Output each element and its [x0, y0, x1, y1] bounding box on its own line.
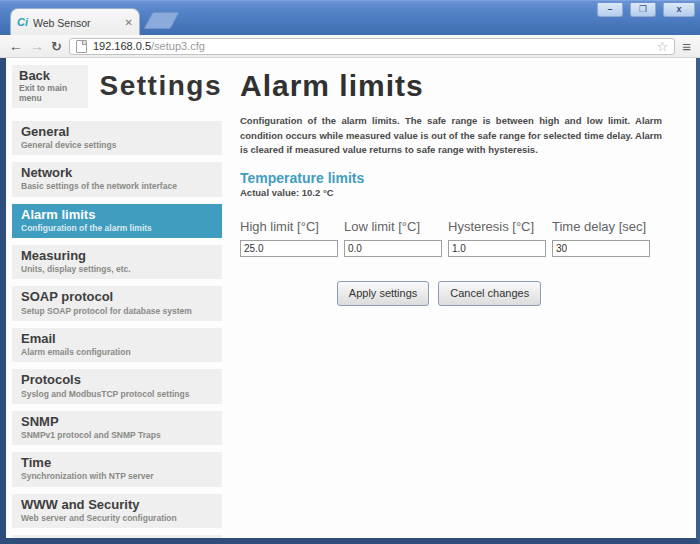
sidebar-item-general[interactable]: General General device settings	[12, 121, 222, 155]
sidebar-item-time[interactable]: Time Synchronization with NTP server	[12, 452, 222, 486]
high-limit-input[interactable]	[240, 240, 338, 257]
menu-item-label: Protocols	[21, 372, 213, 388]
menu-item-label: General	[21, 124, 213, 140]
bookmark-star-icon[interactable]: ☆	[657, 40, 669, 53]
menu-item-subtitle: Configuration of the alarm limits	[21, 223, 213, 233]
new-tab-button[interactable]	[143, 12, 179, 29]
sidebar-item-network[interactable]: Network Basic settings of the network in…	[12, 162, 222, 196]
low-limit-input[interactable]	[344, 240, 442, 257]
actual-value: Actual value: 10.2 °C	[240, 187, 666, 198]
back-label: Back	[19, 69, 81, 83]
sidebar-item-measuring[interactable]: Measuring Units, display settings, etc.	[12, 245, 222, 279]
browser-titlebar: Ci Web Sensor ✕ – ❐ x	[0, 0, 700, 35]
back-nav-icon[interactable]: ←	[9, 39, 23, 53]
cancel-changes-button[interactable]: Cancel changes	[438, 281, 541, 306]
forward-nav-icon[interactable]: →	[30, 39, 44, 53]
field-hysteresis: Hysteresis [°C]	[448, 219, 546, 257]
site-favicon-icon: Ci	[17, 17, 28, 28]
time-delay-label: Time delay [sec]	[552, 219, 650, 234]
back-button[interactable]: Back Exit to main menu	[12, 65, 88, 108]
menu-item-label: Maintenance	[21, 538, 213, 544]
sidebar-item-email[interactable]: Email Alarm emails configuration	[12, 328, 222, 362]
hysteresis-label: Hysteresis [°C]	[448, 219, 546, 234]
browser-tab[interactable]: Ci Web Sensor ✕	[10, 8, 140, 36]
menu-item-label: Measuring	[21, 248, 213, 264]
sidebar-item-www-security[interactable]: WWW and Security Web server and Security…	[12, 494, 222, 528]
menu-item-subtitle: Units, display settings, etc.	[21, 264, 213, 274]
settings-menu: General General device settings Network …	[12, 121, 222, 544]
menu-item-label: SOAP protocol	[21, 289, 213, 305]
menu-item-subtitle: Setup SOAP protocol for database system	[21, 306, 213, 316]
form-buttons: Apply settings Cancel changes	[226, 281, 652, 306]
field-low-limit: Low limit [°C]	[344, 219, 442, 257]
maximize-button[interactable]: ❐	[630, 3, 656, 17]
menu-item-label: Network	[21, 165, 213, 181]
url-path: /setup3.cfg	[151, 40, 205, 52]
sidebar-item-snmp[interactable]: SNMP SNMPv1 protocol and SNMP Traps	[12, 411, 222, 445]
close-button[interactable]: x	[663, 3, 695, 17]
minimize-button[interactable]: –	[597, 3, 623, 17]
browser-window: Ci Web Sensor ✕ – ❐ x ← → ↻ 192.168.0.5/…	[0, 0, 700, 544]
menu-item-label: WWW and Security	[21, 497, 213, 513]
page-doc-icon	[76, 40, 87, 53]
main-content: Alarm limits Configuration of the alarm …	[240, 65, 666, 306]
sidebar-item-protocols[interactable]: Protocols Syslog and ModbusTCP protocol …	[12, 369, 222, 403]
menu-item-subtitle: General device settings	[21, 140, 213, 150]
low-limit-label: Low limit [°C]	[344, 219, 442, 234]
limit-fields: High limit [°C] Low limit [°C] Hysteresi…	[240, 219, 666, 257]
address-bar[interactable]: 192.168.0.5/setup3.cfg ☆	[69, 38, 675, 55]
chrome-menu-icon[interactable]: ≡	[682, 39, 691, 54]
page-content: Back Exit to main menu Settings General …	[0, 58, 700, 544]
tab-title: Web Sensor	[33, 17, 120, 29]
menu-item-label: Alarm limits	[21, 207, 213, 223]
settings-sidebar: Back Exit to main menu Settings General …	[12, 65, 222, 544]
tab-close-icon[interactable]: ✕	[125, 17, 133, 28]
menu-item-subtitle: Alarm emails configuration	[21, 347, 213, 357]
sidebar-item-soap-protocol[interactable]: SOAP protocol Setup SOAP protocol for da…	[12, 286, 222, 320]
menu-item-subtitle: Basic settings of the network interface	[21, 181, 213, 191]
field-high-limit: High limit [°C]	[240, 219, 338, 257]
menu-item-label: Time	[21, 455, 213, 471]
menu-item-subtitle: SNMPv1 protocol and SNMP Traps	[21, 430, 213, 440]
url-text[interactable]: 192.168.0.5/setup3.cfg	[93, 40, 651, 52]
menu-item-subtitle: Web server and Security configuration	[21, 513, 213, 523]
menu-item-subtitle: Synchronization with NTP server	[21, 471, 213, 481]
page-description: Configuration of the alarm limits. The s…	[240, 114, 662, 158]
menu-item-subtitle: Syslog and ModbusTCP protocol settings	[21, 389, 213, 399]
sidebar-item-alarm-limits[interactable]: Alarm limits Configuration of the alarm …	[12, 204, 222, 238]
menu-item-label: Email	[21, 331, 213, 347]
url-host: 192.168.0.5	[93, 40, 151, 52]
back-subtitle: Exit to main menu	[19, 83, 81, 103]
high-limit-label: High limit [°C]	[240, 219, 338, 234]
reload-icon[interactable]: ↻	[51, 39, 62, 54]
browser-toolbar: ← → ↻ 192.168.0.5/setup3.cfg ☆ ≡	[0, 35, 700, 58]
page-title: Alarm limits	[240, 69, 666, 102]
menu-item-label: SNMP	[21, 414, 213, 430]
window-controls: – ❐ x	[597, 3, 695, 17]
hysteresis-input[interactable]	[448, 240, 546, 257]
sidebar-title: Settings	[100, 72, 222, 100]
apply-settings-button[interactable]: Apply settings	[337, 281, 429, 306]
sidebar-item-maintenance[interactable]: Maintenance Factory defaults, info, etc.	[12, 535, 222, 544]
field-time-delay: Time delay [sec]	[552, 219, 650, 257]
section-title: Temperature limits	[240, 171, 666, 186]
time-delay-input[interactable]	[552, 240, 650, 257]
